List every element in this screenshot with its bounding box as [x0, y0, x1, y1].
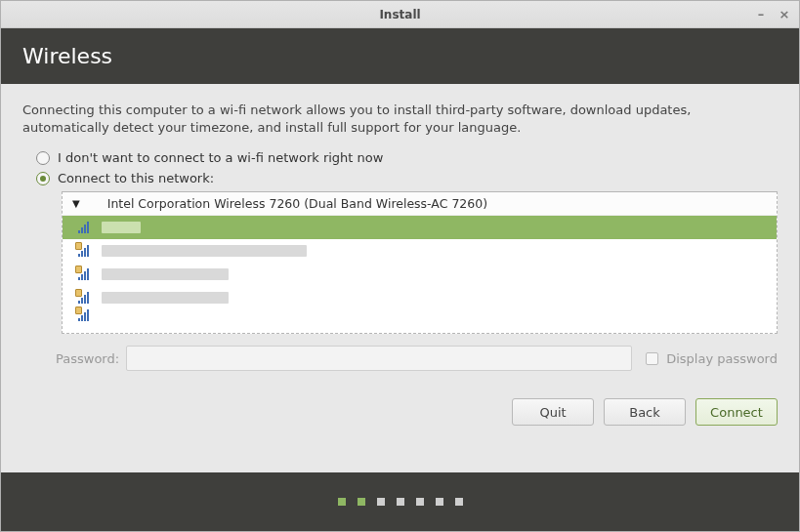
minimize-button[interactable]: – [752, 5, 770, 22]
wifi-icon [78, 222, 92, 233]
network-list[interactable] [63, 216, 777, 333]
description-text: Connecting this computer to a wi-fi netw… [22, 102, 778, 137]
display-password-checkbox[interactable] [646, 352, 658, 365]
button-row: Quit Back Connect [22, 398, 778, 426]
network-item[interactable] [63, 263, 777, 286]
network-ssid [102, 245, 307, 257]
installer-window: Install – × Wireless Connecting this com… [0, 0, 800, 532]
password-row: Password: Display password [56, 346, 778, 371]
network-ssid [102, 268, 229, 280]
password-input[interactable] [126, 346, 632, 371]
network-item[interactable] [63, 216, 777, 239]
network-item[interactable] [63, 286, 777, 309]
progress-step [436, 498, 443, 506]
progress-step [338, 498, 346, 506]
progress-step [358, 498, 365, 506]
wifi-lock-icon [78, 268, 92, 280]
network-item-partial[interactable] [63, 309, 777, 321]
window-title: Install [379, 8, 420, 21]
network-ssid [102, 292, 229, 304]
network-item[interactable] [63, 239, 777, 263]
close-button[interactable]: × [776, 5, 793, 22]
wifi-lock-icon [78, 309, 92, 321]
radio-connect[interactable] [36, 172, 50, 185]
option-skip-row[interactable]: I don't want to connect to a wi-fi netwo… [36, 150, 778, 165]
wifi-lock-icon [78, 245, 92, 257]
header-band: Wireless [1, 28, 799, 84]
progress-footer [1, 472, 799, 531]
quit-button[interactable]: Quit [512, 398, 594, 426]
titlebar[interactable]: Install – × [1, 1, 799, 28]
page-title: Wireless [22, 44, 778, 68]
connect-button[interactable]: Connect [695, 398, 778, 426]
radio-skip[interactable] [36, 151, 50, 165]
back-button[interactable]: Back [604, 398, 686, 426]
wifi-lock-icon [78, 292, 92, 304]
caret-down-icon: ▼ [72, 198, 80, 209]
option-skip-label: I don't want to connect to a wi-fi netwo… [58, 150, 383, 165]
progress-step [416, 498, 424, 506]
network-list-box: ▼ Intel Corporation Wireless 7260 (Dual … [62, 191, 778, 334]
network-ssid [102, 222, 141, 233]
device-row[interactable]: ▼ Intel Corporation Wireless 7260 (Dual … [63, 192, 777, 216]
progress-step [377, 498, 385, 506]
content-area: Connecting this computer to a wi-fi netw… [1, 84, 799, 472]
progress-step [397, 498, 404, 506]
window-controls: – × [752, 5, 793, 22]
password-label: Password: [56, 351, 118, 366]
option-connect-row[interactable]: Connect to this network: [36, 171, 778, 185]
option-connect-label: Connect to this network: [58, 171, 214, 185]
progress-step [455, 498, 463, 506]
device-name: Intel Corporation Wireless 7260 (Dual Ba… [107, 196, 487, 211]
display-password-label: Display password [666, 351, 778, 366]
